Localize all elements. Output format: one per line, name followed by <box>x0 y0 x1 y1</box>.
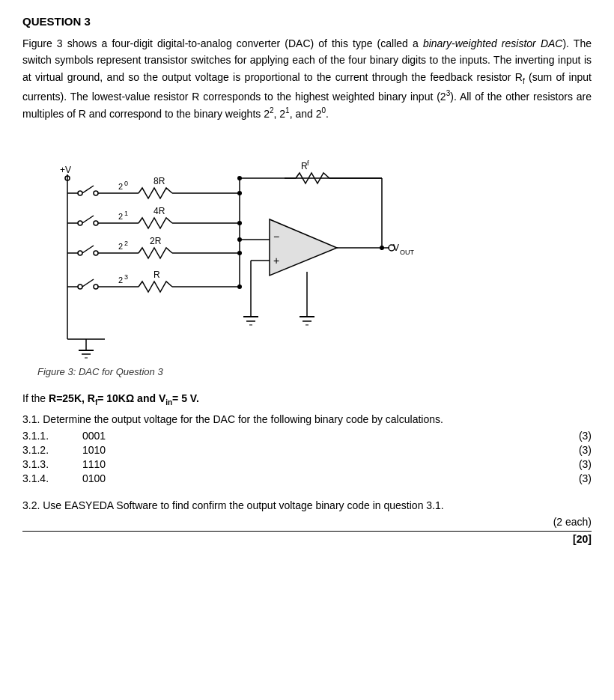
vout-label: V <box>393 243 399 253</box>
condition-values: R=25K, R <box>49 392 95 404</box>
svg-line-20 <box>82 246 94 253</box>
svg-point-29 <box>94 284 98 289</box>
intro-text-p5: , 2 <box>274 107 286 119</box>
question-title: QUESTION 3 <box>22 15 592 28</box>
label-2R: 2R <box>150 236 162 246</box>
svg-point-21 <box>94 251 98 255</box>
sub-item-code: 1110 <box>82 458 562 470</box>
sub-item-mark: (3) <box>562 472 592 484</box>
figure-container: +V 2 0 8R 2 1 4R <box>37 137 592 377</box>
label-4R: 4R <box>154 206 165 216</box>
sub-item-mark: (3) <box>562 430 592 442</box>
sub-item-number: 3.1.1. <box>22 430 82 442</box>
svg-line-4 <box>82 186 94 193</box>
label-8R: 8R <box>154 176 165 186</box>
svg-line-12 <box>82 216 94 223</box>
intro-italic: binary-weighted resistor DAC <box>423 37 563 49</box>
sub-item-code: 0001 <box>82 430 562 442</box>
label-R: R <box>154 270 160 280</box>
figure-caption: Figure 3: DAC for Question 3 <box>37 366 163 377</box>
label-22-sup: 2 <box>124 240 128 247</box>
total-marks: [20] <box>22 531 592 545</box>
section-31: 3.1. Determine the output voltage for th… <box>22 413 592 484</box>
section-31-number: 3.1. <box>22 413 40 425</box>
svg-point-36 <box>237 237 242 242</box>
intro-text-p7: . <box>326 107 329 119</box>
rf-sub-label: f <box>307 159 309 167</box>
condition-prefix: If the <box>22 392 49 404</box>
vplus-label: +V <box>60 165 71 175</box>
sub-items-container: 3.1.1. 0001 (3) 3.1.2. 1010 (3) 3.1.3. 1… <box>22 430 592 484</box>
svg-marker-46 <box>270 219 337 276</box>
opamp-plus: + <box>273 255 279 267</box>
opamp-minus: − <box>273 231 279 243</box>
vout-sub: OUT <box>400 249 415 256</box>
sub-item-number: 3.1.4. <box>22 472 82 484</box>
sub-item: 3.1.3. 1110 (3) <box>22 458 592 470</box>
svg-line-28 <box>82 279 94 287</box>
sub-item-code: 0100 <box>82 472 562 484</box>
label-22: 2 <box>118 242 123 251</box>
intro-text-p1: Figure 3 shows a four-digit digital-to-a… <box>22 37 423 49</box>
section-32-number: 3.2. <box>22 499 40 511</box>
sub-item: 3.1.1. 0001 (3) <box>22 430 592 442</box>
circuit-diagram: +V 2 0 8R 2 1 4R <box>37 137 472 362</box>
sub-item: 3.1.4. 0100 (3) <box>22 472 592 484</box>
svg-point-5 <box>94 191 98 195</box>
sub-item-code: 1010 <box>82 444 562 456</box>
sub-item-mark: (3) <box>562 458 592 470</box>
condition-suffix: = 5 V. <box>172 392 199 404</box>
section-32: 3.2. Use EASYEDA Software to find confir… <box>22 499 592 545</box>
sub-item-number: 3.1.3. <box>22 458 82 470</box>
marks-each: (2 each) <box>22 516 592 528</box>
label-20: 2 <box>118 182 123 191</box>
sub-item-mark: (3) <box>562 444 592 456</box>
section-31-label: 3.1. Determine the output voltage for th… <box>22 413 592 425</box>
label-21: 2 <box>118 212 123 221</box>
label-23: 2 <box>118 276 123 284</box>
section-32-label-text: 3.2. Use EASYEDA Software to find confir… <box>22 499 592 511</box>
section-32-text: Use EASYEDA Software to find confirm the… <box>43 499 443 511</box>
label-20-sup: 0 <box>124 180 128 187</box>
svg-point-13 <box>94 221 98 225</box>
intro-text-p6: , and 2 <box>290 107 322 119</box>
condition-line: If the R=25K, Rf= 10KΩ and Vin= 5 V. <box>22 392 592 407</box>
sub-item: 3.1.2. 1010 (3) <box>22 444 592 456</box>
condition-mid: = 10KΩ and V <box>97 392 165 404</box>
label-23-sup: 3 <box>124 273 128 281</box>
section-31-text: Determine the output voltage for the DAC… <box>43 413 443 425</box>
sub-item-number: 3.1.2. <box>22 444 82 456</box>
label-21-sup: 1 <box>124 210 128 217</box>
condition-vin-sub: in <box>165 398 172 406</box>
intro-paragraph: Figure 3 shows a four-digit digital-to-a… <box>22 35 592 122</box>
